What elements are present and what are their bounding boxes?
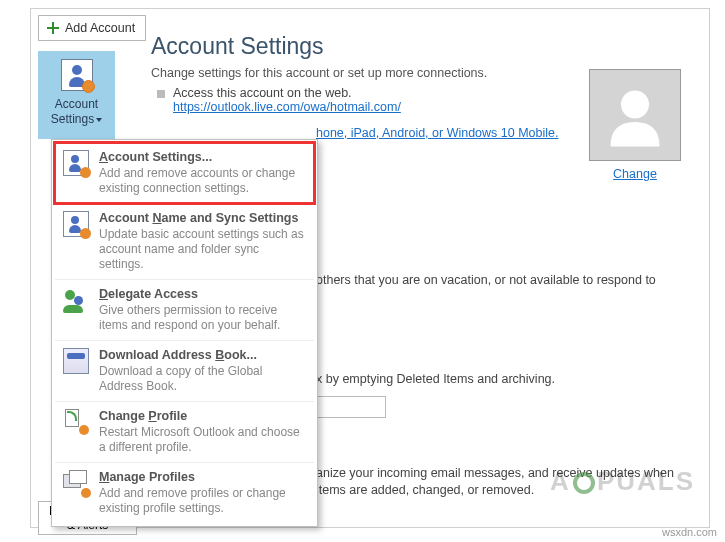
auto-replies-text-partial: others that you are on vacation, or not … bbox=[316, 272, 689, 289]
menu-item-desc: Restart Microsoft Outlook and choose a d… bbox=[99, 425, 306, 455]
menu-item-desc: Add and remove accounts or change existi… bbox=[99, 166, 306, 196]
outlook-account-settings-window: Add Account Account Settings Account Set… bbox=[30, 8, 710, 528]
mailbox-input-partial[interactable] bbox=[316, 396, 386, 418]
owa-link[interactable]: https://outlook.live.com/owa/hotmail.com… bbox=[173, 100, 401, 114]
menu-item-manage-profiles[interactable]: Manage Profiles Add and remove profiles … bbox=[55, 462, 314, 523]
menu-item-desc: Download a copy of the Global Address Bo… bbox=[99, 364, 306, 394]
account-settings-icon bbox=[63, 150, 89, 176]
name-sync-icon bbox=[63, 211, 89, 237]
chevron-down-icon bbox=[96, 118, 102, 122]
bullet-icon bbox=[157, 90, 165, 98]
change-photo-link[interactable]: Change bbox=[613, 167, 657, 181]
address-book-icon bbox=[63, 348, 89, 374]
menu-item-download-address-book[interactable]: Download Address Book... Download a copy… bbox=[55, 340, 314, 401]
account-settings-dropdown-button[interactable]: Account Settings bbox=[38, 51, 115, 139]
menu-item-desc: Update basic account settings such as ac… bbox=[99, 227, 306, 272]
menu-item-name-sync-settings[interactable]: Account Name and Sync Settings Update ba… bbox=[55, 203, 314, 279]
svg-point-0 bbox=[621, 91, 649, 119]
web-access-label: Access this account on the web. bbox=[173, 86, 401, 100]
menu-item-desc: Add and remove profiles or change existi… bbox=[99, 486, 306, 516]
avatar-placeholder bbox=[589, 69, 681, 161]
mobile-apps-link[interactable]: hone, iPad, Android, or Windows 10 Mobil… bbox=[316, 126, 559, 140]
rules-text-partial: anize your incoming email messages, and … bbox=[316, 465, 689, 499]
menu-item-delegate-access[interactable]: Delegate Access Give others permission t… bbox=[55, 279, 314, 340]
menu-item-title: Account Settings... bbox=[99, 150, 306, 164]
menu-item-account-settings[interactable]: Account Settings... Add and remove accou… bbox=[55, 143, 314, 203]
menu-item-title: Download Address Book... bbox=[99, 348, 306, 362]
menu-item-title: Delegate Access bbox=[99, 287, 306, 301]
mailbox-settings-row: x by emptying Deleted Items and archivin… bbox=[316, 372, 555, 386]
avatar-block: Change bbox=[585, 69, 685, 181]
manage-profiles-icon bbox=[63, 470, 89, 496]
add-account-button[interactable]: Add Account bbox=[38, 15, 146, 41]
account-settings-dropdown-label: Account Settings bbox=[38, 97, 115, 127]
menu-item-title: Change Profile bbox=[99, 409, 306, 423]
source-credit: wsxdn.com bbox=[662, 526, 717, 538]
delegate-access-icon bbox=[63, 287, 89, 313]
page-title: Account Settings bbox=[151, 33, 697, 60]
account-settings-dropdown-menu: Account Settings... Add and remove accou… bbox=[51, 139, 318, 527]
change-profile-icon bbox=[63, 409, 89, 435]
menu-item-change-profile[interactable]: Change Profile Restart Microsoft Outlook… bbox=[55, 401, 314, 462]
menu-item-title: Manage Profiles bbox=[99, 470, 306, 484]
add-account-label: Add Account bbox=[65, 21, 135, 35]
menu-item-title: Account Name and Sync Settings bbox=[99, 211, 306, 225]
account-card-icon bbox=[61, 59, 93, 91]
menu-item-desc: Give others permission to receive items … bbox=[99, 303, 306, 333]
person-silhouette-icon bbox=[600, 80, 670, 150]
mailbox-text-partial: x by emptying Deleted Items and archivin… bbox=[316, 372, 555, 386]
plus-icon bbox=[47, 22, 59, 34]
